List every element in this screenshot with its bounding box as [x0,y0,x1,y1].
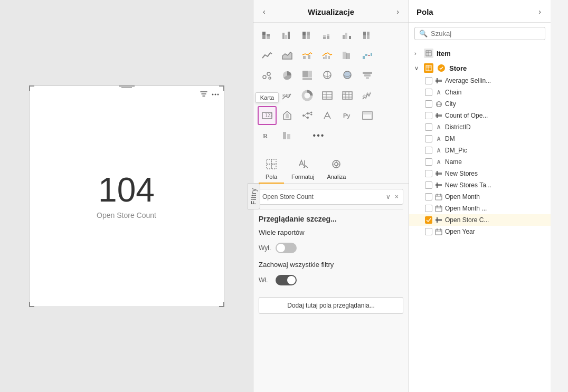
viz-icon-line[interactable] [258,46,277,65]
item-checkbox-count[interactable] [425,112,432,119]
wiele-raportow-label: Wiele raportów [259,228,305,236]
list-item[interactable]: A Chain [409,87,551,98]
list-item[interactable]: Average Sellin... [409,75,551,87]
viz-icon-decomp-tree[interactable] [298,106,317,125]
svg-point-0 [212,93,213,95]
viz-icon-shape-map[interactable] [278,106,297,125]
tab-analiza[interactable]: Analiza [321,154,351,183]
viz-icon-funnel[interactable] [358,66,377,85]
viz-icon-r[interactable]: R [258,126,277,145]
viz-icon-matrix[interactable] [338,86,357,105]
item-checkbox-newstoreta[interactable] [425,181,432,189]
svg-point-74 [311,114,313,116]
item-checkbox-dm[interactable] [425,135,432,142]
search-box[interactable]: 🔍 [414,27,545,40]
viz-icon-kpi[interactable]: KPI [278,86,297,105]
viz-icon-card[interactable]: Karta 123 [258,106,277,125]
viz-icon-line-stacked[interactable] [298,46,317,65]
viz-icon-line2[interactable] [358,86,377,105]
viz-icon-custom-table[interactable] [358,106,377,125]
viz-icon-pie[interactable] [278,66,297,85]
list-item[interactable]: Open Month ... [409,203,551,214]
item-checkbox-openstorc[interactable] [425,216,432,224]
resize-handle-tr[interactable] [219,85,224,91]
item-checkbox-chain[interactable] [425,89,432,96]
tree-group-item-header[interactable]: › Item [409,46,551,60]
item-checkbox-name[interactable] [425,158,432,166]
viz-icon-100-stacked-bar[interactable] [298,26,317,45]
viz-icon-table[interactable] [318,86,337,105]
card-value: 104 [98,173,155,207]
tree-group-store-header[interactable]: ∨ Store [409,61,551,75]
list-item[interactable]: A DistrictID [409,121,551,133]
list-item[interactable]: Open Month [409,191,551,203]
viz-icon-filled-map[interactable] [338,66,357,85]
item-checkbox-districtid[interactable] [425,123,432,131]
field-chevron-btn[interactable]: ∨ [385,193,392,200]
item-name-count: Count of Ope... [445,112,488,119]
list-item[interactable]: Count of Ope... [409,110,551,121]
fields-panel-next-btn[interactable]: › [536,6,543,17]
tab-format[interactable]: Formatuj [286,154,319,183]
svg-rect-112 [440,194,441,196]
add-fields-button[interactable]: Dodaj tutaj pola przeglądania... [259,297,403,314]
viz-icon-treemap[interactable] [298,66,317,85]
viz-icon-more[interactable]: ••• [298,126,340,145]
viz-icon-clustered-bar[interactable] [278,26,297,45]
svg-rect-113 [436,206,442,212]
list-item[interactable]: New Stores Ta... [409,179,551,191]
viz-icon-custom2[interactable] [278,126,297,145]
svg-text:123: 123 [265,113,273,118]
svg-rect-52 [323,92,332,99]
viz-icon-stacked-bar[interactable] [258,26,277,45]
item-checkbox-openmonth2[interactable] [425,205,432,212]
viz-icon-python[interactable]: Py [338,106,357,125]
svg-point-45 [344,71,351,79]
item-checkbox-openmonth[interactable] [425,193,432,200]
search-input[interactable] [431,30,541,37]
svg-line-67 [305,113,307,116]
viz-icon-100-stacked-column[interactable] [358,26,377,45]
filtry-tab[interactable]: Filtry [248,183,260,209]
viz-icon-ribbon[interactable] [338,46,357,65]
viz-panel-next-btn[interactable]: › [394,6,401,17]
resize-handle-br[interactable] [219,302,224,307]
item-checkbox-openyear[interactable] [425,228,432,235]
zachowaj-filtry-toggle[interactable] [276,275,297,285]
field-remove-btn[interactable]: × [394,193,400,200]
filter-icon[interactable] [200,90,208,99]
viz-panel-prev-btn[interactable]: ‹ [261,6,268,17]
item-checkbox-dmpic[interactable] [425,147,432,154]
item-checkbox-avg-sell[interactable] [425,77,432,84]
viz-icon-area[interactable] [278,46,297,65]
field-drop-zone[interactable]: Open Store Count ∨ × [259,189,403,205]
list-item[interactable]: City [409,98,551,110]
svg-rect-80 [287,134,290,139]
viz-icon-line-clustered[interactable] [318,46,337,65]
viz-icon-scatter[interactable] [258,66,277,85]
viz-icon-waterfall[interactable] [358,46,377,65]
list-item[interactable]: New Stores [409,168,551,179]
more-icon[interactable] [211,90,220,99]
resize-handle-bl[interactable] [29,302,34,307]
list-item[interactable]: A DM_Pic [409,145,551,156]
wiele-raportow-toggle[interactable] [276,243,297,253]
svg-rect-29 [325,55,327,59]
item-checkbox-newstores[interactable] [425,170,432,177]
viz-icon-ai[interactable] [318,106,337,125]
viz-icon-gauge[interactable] [258,86,277,105]
card-visual[interactable]: 104 Open Store Count [29,85,224,307]
viz-icon-clustered-column[interactable] [338,26,357,45]
resize-handle-tl[interactable] [29,85,34,91]
item-checkbox-city[interactable] [425,100,432,108]
list-item[interactable]: A Name [409,156,551,168]
list-item[interactable]: A DM [409,133,551,145]
viz-icon-donut[interactable] [298,86,317,105]
viz-icon-stacked-column[interactable] [318,26,337,45]
list-item[interactable]: Open Year [409,226,551,237]
item-name-openyear: Open Year [445,228,475,235]
list-item[interactable]: Open Store C... [409,214,551,226]
svg-rect-36 [371,53,372,56]
tab-pola[interactable]: Pola [259,154,284,183]
viz-icon-map[interactable] [318,66,337,85]
